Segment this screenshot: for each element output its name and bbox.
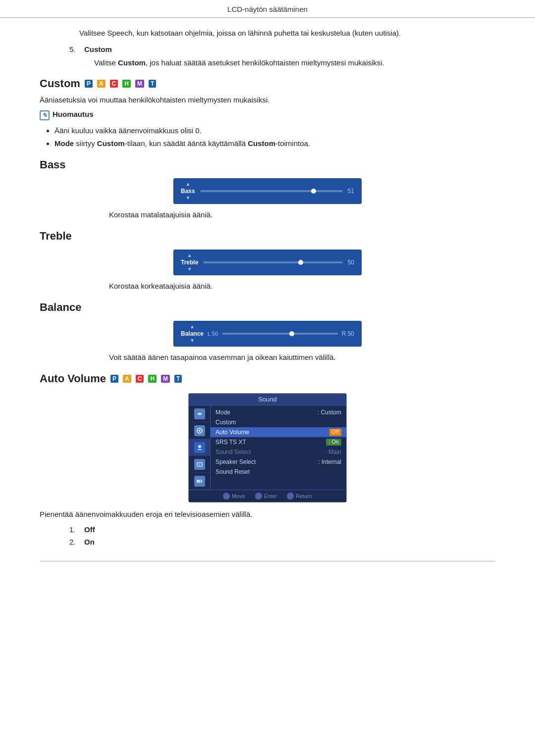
balance-l-value: L 50 — [208, 331, 218, 337]
footer-move-label: Move — [232, 493, 245, 499]
balance-desc: Voit säätää äänen tasapainoa vasemman ja… — [109, 352, 495, 363]
move-icon — [223, 493, 230, 500]
av-badge-m: M — [161, 375, 170, 383]
sound-row-ss-value: : Main — [325, 449, 341, 455]
sound-row-reset-label: Sound Reset — [215, 468, 250, 475]
enter-icon — [255, 493, 262, 500]
treble-track-area — [203, 261, 342, 263]
badge-t: T — [149, 80, 156, 88]
badge-a: A — [97, 80, 106, 88]
av-item-2-label: On — [84, 538, 95, 546]
main-content: Valitsee Speech, kun katsotaan ohjelmia,… — [0, 18, 535, 581]
treble-label: Treble — [181, 259, 198, 266]
balance-track-area — [222, 333, 338, 335]
treble-label-col: ▲ Treble ▼ — [181, 253, 198, 272]
balance-arrow-down: ▼ — [190, 338, 195, 343]
svg-point-1 — [199, 430, 201, 432]
av-badge-c: C — [136, 375, 144, 383]
note-title: Huomautus — [53, 110, 94, 118]
treble-arrow-up: ▲ — [187, 253, 192, 258]
numbered-item-5: 5. Custom — [69, 45, 495, 53]
bass-track — [200, 190, 343, 192]
icon-shape-2 — [194, 425, 205, 436]
custom-heading: Custom P A C H M T — [40, 77, 495, 90]
autovolume-heading-text: Auto Volume — [40, 372, 106, 385]
sound-row-ss-label: Sound Select — [215, 449, 251, 455]
badge-h: H — [122, 80, 131, 88]
bass-value: 51 — [348, 188, 354, 195]
treble-slider-container: ▲ Treble ▼ 50 — [40, 250, 495, 275]
item-5-label: Custom — [84, 45, 112, 53]
sound-row-custom: Custom — [211, 417, 346, 427]
treble-value: 50 — [348, 259, 354, 266]
treble-heading-text: Treble — [40, 230, 72, 243]
badge-m: M — [135, 80, 144, 88]
balance-slider-widget: ▲ Balance ▼ L 50 R 50 — [173, 321, 362, 347]
treble-arrow-down: ▼ — [187, 267, 192, 272]
sound-row-speaker-value: : Internal — [318, 458, 341, 465]
balance-thumb — [289, 331, 294, 336]
bass-heading-text: Bass — [40, 158, 66, 171]
sound-row-soundselect: Sound Select : Main — [211, 447, 346, 457]
footer-enter: Enter — [255, 493, 277, 500]
icon-shape-5 — [194, 476, 205, 487]
bass-track-area — [200, 190, 343, 192]
sound-row-reset: Sound Reset — [211, 467, 346, 477]
page-container: LCD-näytön säätäminen Valitsee Speech, k… — [0, 0, 535, 581]
av-badge-h: H — [148, 375, 157, 383]
footer-return-label: Return — [296, 493, 312, 499]
sound-icon-5 — [189, 473, 210, 490]
sound-menu-footer: Move Enter Return — [189, 490, 346, 502]
note-icon: ✎ — [40, 110, 50, 120]
treble-desc: Korostaa korkeataajuisia ääniä. — [109, 280, 495, 292]
treble-slider-widget: ▲ Treble ▼ 50 — [173, 250, 362, 275]
sound-menu-container: Sound — [40, 393, 495, 503]
balance-slider-container: ▲ Balance ▼ L 50 R 50 — [40, 321, 495, 347]
bass-label-col: ▲ Bass ▼ — [181, 182, 195, 201]
sound-row-srs: SRS TS XT : On — [211, 437, 346, 447]
sound-menu-widget: Sound — [188, 393, 347, 503]
sound-row-av-value: Off — [329, 429, 341, 436]
sound-row-mode: Mode : Custom — [211, 407, 346, 417]
sound-row-srs-value: : On — [326, 439, 341, 446]
balance-label: Balance — [181, 330, 204, 337]
treble-thumb — [298, 260, 303, 265]
balance-label-col: ▲ Balance ▼ — [181, 324, 204, 343]
autovolume-desc: Pienentää äänenvoimakkuuden eroja eri te… — [40, 508, 495, 520]
bass-heading: Bass — [40, 158, 495, 171]
av-item-1-num: 1. — [69, 525, 84, 534]
sound-row-mode-label: Mode — [215, 409, 230, 416]
sound-icon-2 — [189, 422, 210, 439]
item-5-desc: Valitse Custom, jos haluat säätää asetuk… — [94, 57, 495, 69]
bullet-1: Ääni kuuluu vaikka äänenvoimakkuus olisi… — [54, 124, 495, 137]
sound-icon-3 — [189, 439, 210, 456]
treble-track — [203, 261, 342, 263]
svg-point-2 — [198, 445, 201, 448]
footer-return: Return — [287, 493, 312, 500]
balance-heading-text: Balance — [40, 301, 81, 314]
sound-icon-4 — [189, 456, 210, 473]
item-5-number: 5. — [69, 45, 84, 53]
item-5-desc-bold: Custom — [118, 58, 146, 67]
icon-shape-3 — [194, 442, 205, 453]
bass-desc: Korostaa matalataajuisia ääniä. — [109, 209, 495, 221]
bass-slider-container: ▲ Bass ▼ 51 — [40, 178, 495, 204]
sound-row-speaker-label: Speaker Select — [215, 458, 256, 465]
sound-row-srs-label: SRS TS XT — [215, 439, 246, 446]
balance-r-value: R 50 — [342, 330, 354, 337]
av-badge-a: A — [123, 375, 131, 383]
custom-bullets: Ääni kuuluu vaikka äänenvoimakkuus olisi… — [54, 124, 495, 150]
sound-row-custom-label: Custom — [215, 419, 236, 426]
sound-row-mode-value: : Custom — [318, 409, 341, 416]
autovolume-heading: Auto Volume P A C H M T — [40, 372, 495, 385]
av-badge-p: P — [110, 375, 118, 383]
treble-heading: Treble — [40, 230, 495, 243]
page-title: LCD-näytön säätäminen — [0, 0, 535, 18]
intro-speech-text: Valitsee Speech, kun katsotaan ohjelmia,… — [79, 28, 495, 39]
sound-icon-1 — [189, 405, 210, 422]
sound-row-av-label: Auto Volume — [215, 429, 249, 436]
av-item-2-num: 2. — [69, 538, 84, 546]
svg-rect-4 — [197, 480, 200, 483]
note-box: ✎ Huomautus — [40, 110, 495, 120]
svg-rect-3 — [197, 462, 202, 466]
